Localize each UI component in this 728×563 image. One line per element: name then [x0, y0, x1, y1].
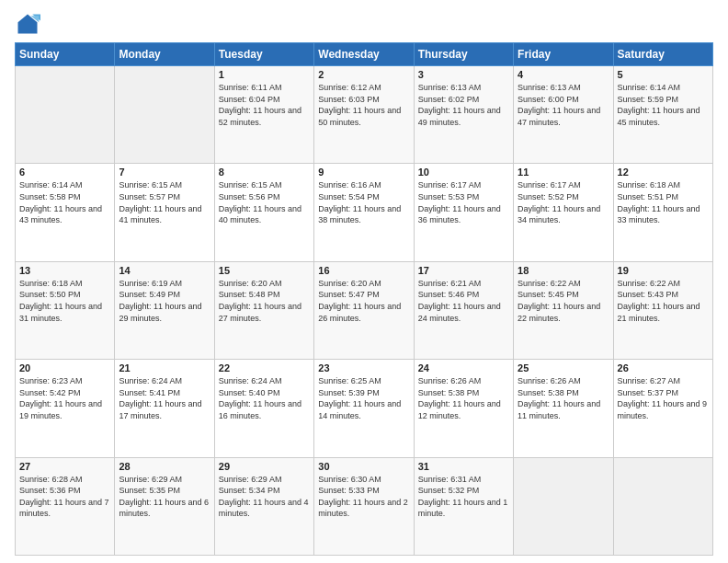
day-number: 19	[618, 265, 709, 276]
calendar-header-row: SundayMondayTuesdayWednesdayThursdayFrid…	[16, 43, 713, 66]
calendar-cell: 30Sunrise: 6:30 AM Sunset: 5:33 PM Dayli…	[314, 457, 414, 555]
day-info: Sunrise: 6:24 AM Sunset: 5:40 PM Dayligh…	[219, 375, 310, 421]
calendar-cell: 10Sunrise: 6:17 AM Sunset: 5:53 PM Dayli…	[414, 164, 513, 261]
calendar-weekday-tuesday: Tuesday	[214, 43, 313, 66]
day-number: 27	[19, 461, 110, 472]
day-number: 28	[119, 461, 210, 472]
day-info: Sunrise: 6:15 AM Sunset: 5:57 PM Dayligh…	[119, 179, 210, 225]
calendar-cell: 5Sunrise: 6:14 AM Sunset: 5:59 PM Daylig…	[613, 66, 712, 164]
day-info: Sunrise: 6:20 AM Sunset: 5:48 PM Dayligh…	[219, 278, 310, 324]
day-number: 24	[418, 362, 509, 373]
calendar-cell: 26Sunrise: 6:27 AM Sunset: 5:37 PM Dayli…	[613, 360, 712, 457]
calendar-cell: 4Sunrise: 6:13 AM Sunset: 6:00 PM Daylig…	[514, 66, 613, 164]
calendar-week-row: 27Sunrise: 6:28 AM Sunset: 5:36 PM Dayli…	[16, 457, 713, 555]
day-info: Sunrise: 6:22 AM Sunset: 5:45 PM Dayligh…	[518, 278, 609, 324]
day-number: 29	[219, 461, 310, 472]
day-number: 6	[19, 167, 110, 178]
day-info: Sunrise: 6:28 AM Sunset: 5:36 PM Dayligh…	[19, 474, 110, 520]
calendar-cell: 14Sunrise: 6:19 AM Sunset: 5:49 PM Dayli…	[115, 261, 214, 359]
day-number: 9	[318, 167, 409, 178]
day-number: 11	[518, 167, 609, 178]
calendar-cell: 24Sunrise: 6:26 AM Sunset: 5:38 PM Dayli…	[414, 360, 513, 457]
calendar-cell	[613, 457, 712, 555]
day-number: 5	[618, 69, 709, 80]
calendar-cell: 11Sunrise: 6:17 AM Sunset: 5:52 PM Dayli…	[514, 164, 613, 261]
day-info: Sunrise: 6:20 AM Sunset: 5:47 PM Dayligh…	[318, 278, 409, 324]
day-number: 30	[318, 461, 409, 472]
day-number: 12	[618, 167, 709, 178]
calendar-cell: 25Sunrise: 6:26 AM Sunset: 5:38 PM Dayli…	[514, 360, 613, 457]
calendar-cell: 2Sunrise: 6:12 AM Sunset: 6:03 PM Daylig…	[314, 66, 414, 164]
day-info: Sunrise: 6:16 AM Sunset: 5:54 PM Dayligh…	[318, 179, 409, 225]
calendar-weekday-saturday: Saturday	[613, 43, 712, 66]
calendar-weekday-monday: Monday	[115, 43, 214, 66]
day-info: Sunrise: 6:15 AM Sunset: 5:56 PM Dayligh…	[219, 179, 310, 225]
day-number: 2	[318, 69, 409, 80]
calendar-cell: 9Sunrise: 6:16 AM Sunset: 5:54 PM Daylig…	[314, 164, 414, 261]
calendar-cell: 1Sunrise: 6:11 AM Sunset: 6:04 PM Daylig…	[214, 66, 313, 164]
calendar-cell: 23Sunrise: 6:25 AM Sunset: 5:39 PM Dayli…	[314, 360, 414, 457]
calendar-cell: 17Sunrise: 6:21 AM Sunset: 5:46 PM Dayli…	[414, 261, 513, 359]
calendar-cell: 13Sunrise: 6:18 AM Sunset: 5:50 PM Dayli…	[16, 261, 115, 359]
day-number: 3	[418, 69, 509, 80]
day-info: Sunrise: 6:19 AM Sunset: 5:49 PM Dayligh…	[119, 278, 210, 324]
calendar-cell: 28Sunrise: 6:29 AM Sunset: 5:35 PM Dayli…	[115, 457, 214, 555]
day-number: 8	[219, 167, 310, 178]
day-info: Sunrise: 6:18 AM Sunset: 5:51 PM Dayligh…	[618, 179, 709, 225]
day-number: 14	[119, 265, 210, 276]
calendar-cell: 16Sunrise: 6:20 AM Sunset: 5:47 PM Dayli…	[314, 261, 414, 359]
day-info: Sunrise: 6:22 AM Sunset: 5:43 PM Dayligh…	[618, 278, 709, 324]
calendar-week-row: 1Sunrise: 6:11 AM Sunset: 6:04 PM Daylig…	[16, 66, 713, 164]
calendar-cell: 31Sunrise: 6:31 AM Sunset: 5:32 PM Dayli…	[414, 457, 513, 555]
calendar-cell: 6Sunrise: 6:14 AM Sunset: 5:58 PM Daylig…	[16, 164, 115, 261]
calendar-cell: 15Sunrise: 6:20 AM Sunset: 5:48 PM Dayli…	[214, 261, 313, 359]
day-number: 31	[418, 461, 509, 472]
day-number: 7	[119, 167, 210, 178]
day-number: 13	[19, 265, 110, 276]
day-info: Sunrise: 6:21 AM Sunset: 5:46 PM Dayligh…	[418, 278, 509, 324]
day-info: Sunrise: 6:14 AM Sunset: 5:59 PM Dayligh…	[618, 82, 709, 128]
calendar-cell: 19Sunrise: 6:22 AM Sunset: 5:43 PM Dayli…	[613, 261, 712, 359]
day-number: 10	[418, 167, 509, 178]
calendar-cell	[115, 66, 214, 164]
day-number: 22	[219, 362, 310, 373]
day-number: 25	[518, 362, 609, 373]
day-number: 21	[119, 362, 210, 373]
day-info: Sunrise: 6:11 AM Sunset: 6:04 PM Dayligh…	[219, 82, 310, 128]
day-info: Sunrise: 6:17 AM Sunset: 5:52 PM Dayligh…	[518, 179, 609, 225]
calendar-week-row: 13Sunrise: 6:18 AM Sunset: 5:50 PM Dayli…	[16, 261, 713, 359]
day-info: Sunrise: 6:29 AM Sunset: 5:34 PM Dayligh…	[219, 474, 310, 520]
calendar-table: SundayMondayTuesdayWednesdayThursdayFrid…	[15, 42, 713, 556]
day-info: Sunrise: 6:13 AM Sunset: 6:02 PM Dayligh…	[418, 82, 509, 128]
day-number: 17	[418, 265, 509, 276]
day-info: Sunrise: 6:12 AM Sunset: 6:03 PM Dayligh…	[318, 82, 409, 128]
calendar-cell: 21Sunrise: 6:24 AM Sunset: 5:41 PM Dayli…	[115, 360, 214, 457]
day-number: 26	[618, 362, 709, 373]
calendar-cell: 27Sunrise: 6:28 AM Sunset: 5:36 PM Dayli…	[16, 457, 115, 555]
calendar-cell: 3Sunrise: 6:13 AM Sunset: 6:02 PM Daylig…	[414, 66, 513, 164]
day-info: Sunrise: 6:26 AM Sunset: 5:38 PM Dayligh…	[418, 375, 509, 421]
calendar-cell: 7Sunrise: 6:15 AM Sunset: 5:57 PM Daylig…	[115, 164, 214, 261]
day-info: Sunrise: 6:25 AM Sunset: 5:39 PM Dayligh…	[318, 375, 409, 421]
day-number: 1	[219, 69, 310, 80]
day-number: 16	[318, 265, 409, 276]
logo-icon	[15, 11, 40, 37]
calendar-cell: 20Sunrise: 6:23 AM Sunset: 5:42 PM Dayli…	[16, 360, 115, 457]
day-info: Sunrise: 6:31 AM Sunset: 5:32 PM Dayligh…	[418, 474, 509, 520]
header	[15, 11, 713, 37]
calendar-cell: 29Sunrise: 6:29 AM Sunset: 5:34 PM Dayli…	[214, 457, 313, 555]
day-info: Sunrise: 6:17 AM Sunset: 5:53 PM Dayligh…	[418, 179, 509, 225]
day-number: 20	[19, 362, 110, 373]
calendar-cell: 18Sunrise: 6:22 AM Sunset: 5:45 PM Dayli…	[514, 261, 613, 359]
day-number: 15	[219, 265, 310, 276]
calendar-cell	[514, 457, 613, 555]
calendar-week-row: 6Sunrise: 6:14 AM Sunset: 5:58 PM Daylig…	[16, 164, 713, 261]
page: SundayMondayTuesdayWednesdayThursdayFrid…	[0, 0, 728, 563]
calendar-week-row: 20Sunrise: 6:23 AM Sunset: 5:42 PM Dayli…	[16, 360, 713, 457]
day-info: Sunrise: 6:29 AM Sunset: 5:35 PM Dayligh…	[119, 474, 210, 520]
day-number: 23	[318, 362, 409, 373]
calendar-cell: 12Sunrise: 6:18 AM Sunset: 5:51 PM Dayli…	[613, 164, 712, 261]
calendar-cell	[16, 66, 115, 164]
logo	[15, 11, 44, 37]
calendar-cell: 8Sunrise: 6:15 AM Sunset: 5:56 PM Daylig…	[214, 164, 313, 261]
